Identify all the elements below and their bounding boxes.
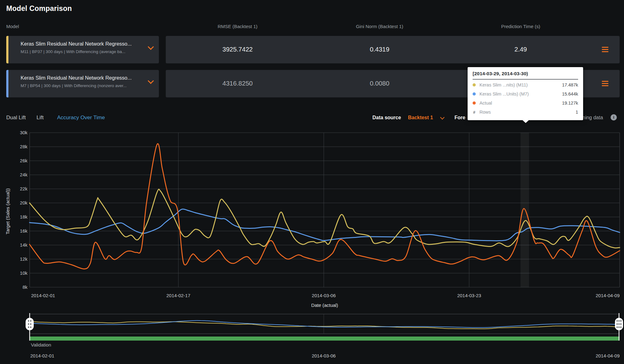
y-tick-label: 12k <box>20 256 28 262</box>
tooltip-series-label: Rows <box>479 110 576 115</box>
model-title: Keras Slim Residual Neural Network Regre… <box>21 41 145 47</box>
grip-dot-icon <box>30 320 32 322</box>
training-data-label-partial: ning data <box>582 114 603 122</box>
x-tick-label: 2014-02-01 <box>31 293 55 298</box>
model-card[interactable]: Keras Slim Residual Neural Network Regre… <box>6 70 159 97</box>
grip-dot-icon <box>618 320 620 322</box>
validation-label: Validation <box>31 342 51 347</box>
chevron-down-icon[interactable] <box>148 78 154 84</box>
y-tick-label: 16k <box>20 228 28 234</box>
grip-dot-icon <box>620 327 622 328</box>
tooltip-series-value: 15.644k <box>562 91 578 96</box>
hamburger-bar <box>602 81 608 82</box>
grip-dot-icon <box>617 323 618 325</box>
tooltip-row: #Rows1 <box>473 108 578 116</box>
metric-value: 3925.7422 <box>191 46 284 53</box>
data-source-label: Data source <box>372 114 401 122</box>
x-tick-label: 2014-03-06 <box>312 293 336 298</box>
y-tick-label: 26k <box>20 158 28 163</box>
rows-count-icon: # <box>473 110 476 115</box>
y-tick-label: 10k <box>20 270 28 276</box>
validation-bar <box>30 337 620 341</box>
tooltip-row: Keras Slim ...nits) (M11)17.487k <box>473 81 578 89</box>
series-dot <box>473 101 476 105</box>
chevron-down-icon[interactable] <box>148 44 154 50</box>
grip-dot-icon <box>28 327 29 328</box>
row-menu-button[interactable] <box>602 81 608 86</box>
page-title: Model Comparison <box>6 4 72 13</box>
column-header: Prediction Time (s) <box>458 24 583 29</box>
y-tick-label: 14k <box>20 242 28 248</box>
grip-dot-icon <box>617 327 618 328</box>
x-tick-label: 2014-04-09 <box>596 293 620 298</box>
y-tick-label: 8k <box>22 284 27 290</box>
series-line-actual <box>30 144 620 269</box>
tab-accuracy-over-time[interactable]: Accuracy Over Time <box>57 114 105 122</box>
brush-handle-left[interactable] <box>26 313 34 341</box>
data-source-dropdown[interactable]: Backtest 1 <box>408 114 433 122</box>
series-line-m11 <box>30 189 620 248</box>
y-tick-label: 24k <box>20 172 28 177</box>
y-tick-label: 30k <box>20 130 28 135</box>
x-axis-title: Date (actual) <box>311 303 338 308</box>
brush-handle-right[interactable] <box>615 313 623 341</box>
column-header: Model <box>6 24 19 29</box>
grip-dot-icon <box>618 323 620 325</box>
y-tick-label: 20k <box>20 200 28 205</box>
brush-date-label: 2014-03-06 <box>312 353 336 358</box>
grip-dot-icon <box>620 320 622 322</box>
grip-dot-icon <box>617 320 618 322</box>
tab-lift[interactable]: Lift <box>37 114 44 122</box>
metric-value: 4316.8250 <box>191 80 284 87</box>
y-tick-label: 28k <box>20 144 28 149</box>
model-card[interactable]: Keras Slim Residual Neural Network Regre… <box>6 36 159 63</box>
column-header: Gini Norm (Backtest 1) <box>317 24 442 29</box>
hamburger-bar <box>602 49 608 50</box>
grip-dot-icon <box>618 327 620 328</box>
chart-tooltip: [2014-03-29, 2014-03-30) Keras Slim ...n… <box>468 67 583 120</box>
hover-band-highlight <box>520 133 529 287</box>
hamburger-bar <box>602 51 608 52</box>
tooltip-series-label: Actual <box>479 101 562 106</box>
model-comparison-page: Model Comparison ModelRMSE (Backtest 1)G… <box>0 0 624 364</box>
tooltip-series-value: 1 <box>576 110 578 115</box>
metric-value: 0.4319 <box>333 46 426 53</box>
x-tick-label: 2014-03-23 <box>457 293 481 298</box>
grip-dot-icon <box>28 323 29 325</box>
tab-dual-lift[interactable]: Dual Lift <box>6 114 26 122</box>
tooltip-series-label: Keras Slim ...nits) (M11) <box>479 82 562 87</box>
accuracy-over-time-chart[interactable]: 8k10k12k14k16k18k20k22k24k26k28k30k2014-… <box>0 130 624 312</box>
grip-dot-icon <box>28 320 29 322</box>
y-axis-title: Target (Sales (actual)) <box>5 188 10 234</box>
tooltip-date-range: [2014-03-29, 2014-03-30) <box>473 71 578 80</box>
x-tick-label: 2014-02-17 <box>166 293 190 298</box>
tooltip-row: Actual19.127k <box>473 99 578 107</box>
chevron-down-icon[interactable] <box>440 115 445 120</box>
tooltip-caret <box>523 120 529 123</box>
model-subtitle: M7 | BP54 | 300 days | With Differencing… <box>21 83 148 88</box>
y-tick-label: 22k <box>20 186 28 191</box>
tooltip-rows: Keras Slim ...nits) (M11)17.487kKeras Sl… <box>473 81 578 116</box>
row-menu-button[interactable] <box>602 47 608 52</box>
date-range-brush[interactable]: Validation2014-02-012014-03-062014-04-09 <box>0 312 624 364</box>
grip-dot-icon <box>620 323 622 325</box>
metrics-panel: 3925.74220.43192.49 <box>166 36 620 63</box>
brush-handle-grip[interactable] <box>26 318 34 330</box>
series-dot <box>473 83 476 86</box>
metric-value: 0.0080 <box>333 80 426 87</box>
forecast-label-partial: Fore <box>454 114 465 122</box>
hamburger-bar <box>602 83 608 84</box>
column-header: RMSE (Backtest 1) <box>175 24 300 29</box>
metric-value: 2.49 <box>474 46 567 53</box>
grip-dot-icon <box>30 327 32 328</box>
info-icon[interactable]: i <box>611 114 617 121</box>
series-dot <box>473 92 476 96</box>
grip-dot-icon <box>30 323 32 325</box>
series-line-m7 <box>30 209 620 241</box>
model-title: Keras Slim Residual Neural Network Regre… <box>21 75 145 81</box>
tooltip-row: Keras Slim ...Units) (M7)15.644k <box>473 90 578 98</box>
tooltip-series-value: 17.487k <box>562 82 578 87</box>
y-tick-label: 18k <box>20 214 28 219</box>
tooltip-series-label: Keras Slim ...Units) (M7) <box>479 91 562 96</box>
brush-date-label: 2014-04-09 <box>596 353 620 358</box>
